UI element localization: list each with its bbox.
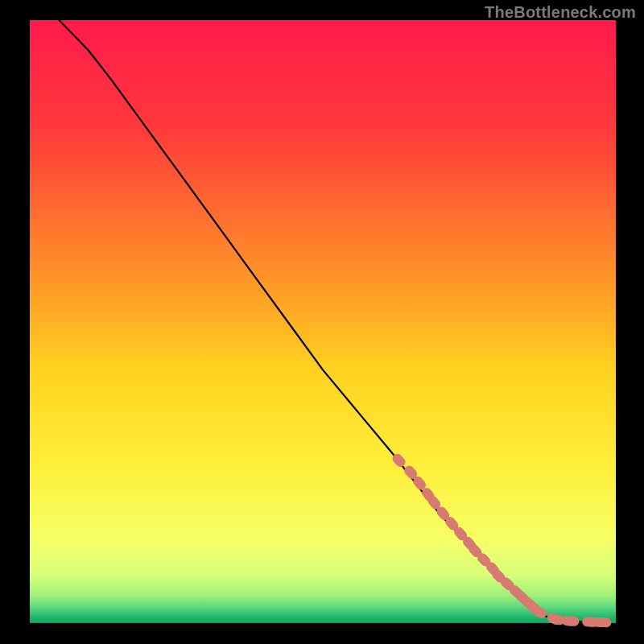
highlight-marker bbox=[597, 617, 611, 627]
bottleneck-chart bbox=[0, 0, 644, 644]
plot-area bbox=[30, 20, 616, 623]
chart-container: TheBottleneck.com bbox=[0, 0, 644, 644]
highlight-marker bbox=[564, 616, 580, 626]
watermark-label: TheBottleneck.com bbox=[485, 3, 636, 22]
